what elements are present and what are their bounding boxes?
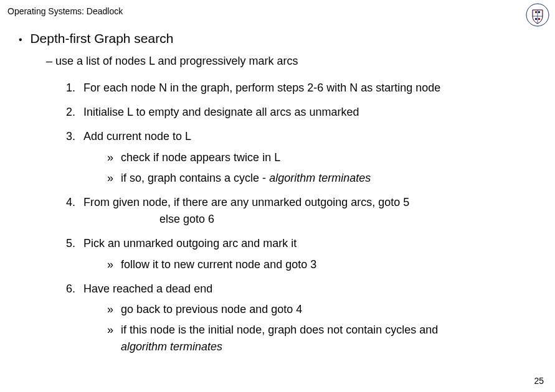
step-5: 5.Pick an unmarked outgoing arc and mark…	[66, 236, 536, 272]
university-crest-icon	[525, 2, 550, 27]
step-6-sub-1: »go back to previous node and goto 4	[107, 302, 536, 317]
step-6-sub-2-italic: algorithm terminates	[121, 339, 536, 355]
bullet-dot-icon: •	[19, 34, 27, 45]
step-5-sub-1-text: follow it to new current node and goto 3	[121, 258, 316, 271]
raquo-icon: »	[107, 257, 121, 273]
step-3-sub-1: »check if node appears twice in L	[107, 150, 536, 166]
step-6-number: 6.	[66, 281, 83, 297]
svg-rect-2	[538, 11, 540, 13]
step-3-sub-2: »if so, graph contains a cycle - algorit…	[107, 170, 536, 186]
step-4-text: From given node, if there are any unmark…	[83, 196, 409, 208]
step-6: 6.Have reached a dead end »go back to pr…	[66, 281, 536, 355]
step-4-number: 4.	[66, 195, 83, 210]
dash-line-1: – use a list of nodes L and progressivel…	[46, 55, 536, 68]
svg-rect-4	[538, 18, 540, 20]
step-3-number: 3.	[66, 129, 83, 144]
slide-content: • Depth-first Graph search – use a list …	[19, 31, 536, 363]
step-1: 1.For each node N in the graph, perform …	[66, 80, 536, 96]
step-3-text: Add current node to L	[83, 130, 191, 142]
page-number: 25	[534, 376, 544, 386]
step-6-sub-2: »if this node is the initial node, graph…	[107, 322, 536, 355]
step-1-text: For each node N in the graph, perform st…	[83, 82, 440, 94]
svg-rect-3	[535, 18, 537, 20]
step-6-sub-1-text: go back to previous node and goto 4	[121, 303, 302, 315]
step-3-sub-2-prefix: if so, graph contains a cycle -	[121, 172, 269, 184]
step-4: 4.From given node, if there are any unma…	[66, 195, 536, 227]
bullet-level-1: • Depth-first Graph search	[19, 31, 536, 46]
step-3-sub-1-text: check if node appears twice in L	[121, 151, 280, 164]
step-2-text: Initialise L to empty and designate all …	[83, 106, 359, 118]
svg-rect-1	[535, 11, 537, 13]
step-3: 3.Add current node to L »check if node a…	[66, 129, 536, 186]
raquo-icon: »	[107, 302, 121, 317]
step-2-number: 2.	[66, 105, 83, 120]
step-6-text: Have reached a dead end	[83, 282, 212, 295]
step-5-sub-1: »follow it to new current node and goto …	[107, 257, 536, 273]
slide-header: Operating Systems: Deadlock	[7, 6, 123, 16]
step-6-sub-2-prefix: if this node is the initial node, graph …	[121, 324, 438, 336]
raquo-icon: »	[107, 322, 121, 338]
step-5-number: 5.	[66, 236, 83, 251]
step-3-sub-2-italic: algorithm terminates	[269, 172, 371, 184]
slide-page: Operating Systems: Deadlock • Depth-firs…	[0, 0, 555, 392]
bullet-1-text: Depth-first Graph search	[30, 31, 173, 45]
step-4-continuation: else goto 6	[159, 212, 536, 227]
raquo-icon: »	[107, 170, 121, 186]
step-1-number: 1.	[66, 80, 83, 96]
step-5-text: Pick an unmarked outgoing arc and mark i…	[83, 237, 296, 250]
header-title: Operating Systems: Deadlock	[7, 6, 123, 16]
raquo-icon: »	[107, 150, 121, 166]
step-2: 2.Initialise L to empty and designate al…	[66, 105, 536, 120]
